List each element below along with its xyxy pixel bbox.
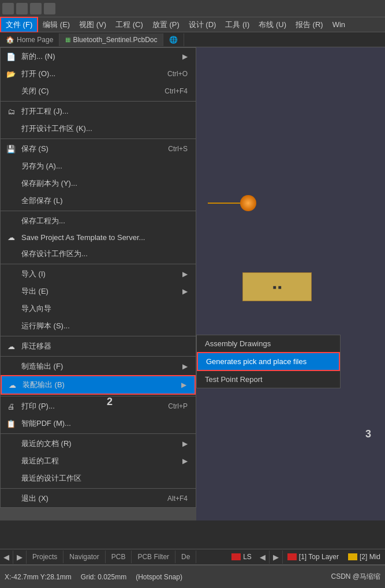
menu-edit[interactable]: 编辑 (E): [38, 18, 74, 32]
menu-open-shortcut: Ctrl+O: [167, 70, 188, 78]
menu-export-label: 导出 (E): [21, 286, 182, 297]
tab-homepage[interactable]: 🏠 Home Page: [0, 33, 59, 46]
toolbar-icon-3[interactable]: [30, 3, 42, 14]
menu-print[interactable]: 🖨 打印 (P)... Ctrl+P: [1, 398, 196, 415]
menu-save-all[interactable]: 全部保存 (L): [1, 192, 196, 209]
layer-color-mid: [348, 553, 357, 560]
menu-exit[interactable]: 退出 (X) Alt+F4: [1, 490, 196, 507]
menu-run-script[interactable]: 运行脚本 (S)...: [1, 317, 196, 335]
menu-save-copy-label: 保存副本为 (Y)...: [21, 178, 188, 189]
bottom-tab-projects[interactable]: Projects: [27, 550, 63, 563]
menu-recent-docs[interactable]: 最近的文档 (R) ▶: [1, 435, 196, 452]
nav-right-arrow-2[interactable]: ▶: [270, 550, 283, 564]
bottom-tab-pcb-filter[interactable]: PCB Filter: [132, 550, 175, 563]
statusbar: X:-42.7mm Y:28.1mm Grid: 0.025mm (Hotspo…: [0, 565, 385, 588]
menu-tools[interactable]: 工具 (I): [220, 18, 254, 32]
menu-close[interactable]: 关闭 (C) Ctrl+F4: [1, 83, 196, 100]
pcb-component: ■ ■: [242, 272, 312, 301]
menu-save-template[interactable]: ☁ Save Project As Template to Server...: [1, 230, 196, 245]
menu-save-as[interactable]: 另存为 (A)...: [1, 158, 196, 175]
export-arrow: ▶: [182, 287, 188, 295]
menu-exit-label: 退出 (X): [21, 493, 156, 504]
sep4: [1, 264, 196, 264]
bottom-tabbar: ◀ ▶ Projects Navigator PCB PCB Filter De…: [0, 549, 385, 565]
menu-file[interactable]: 文件 (F): [0, 17, 38, 33]
open-icon: 📂: [5, 70, 17, 78]
menu-library-migrator-label: 库迁移器: [21, 341, 188, 351]
menu-close-label: 关闭 (C): [21, 86, 153, 96]
menu-save[interactable]: 💾 保存 (S) Ctrl+S: [1, 140, 196, 158]
layer-label-top: [1] Top Layer: [299, 553, 339, 561]
toolbar-icon-4[interactable]: [44, 3, 55, 14]
menu-new[interactable]: 📄 新的... (N) ▶: [1, 48, 196, 65]
menu-exit-shortcut: Alt+F4: [167, 495, 188, 503]
menu-import-wizard[interactable]: 导入向导: [1, 300, 196, 317]
submenu-assembly-drawings-label: Assembly Drawings: [205, 339, 271, 348]
submenu-test-point-report[interactable]: Test Point Report: [197, 371, 340, 388]
menu-recent-workspace[interactable]: 最近的设计工作区: [1, 470, 196, 487]
pcb-canvas: ■ ■: [196, 47, 385, 520]
menu-save-all-label: 全部保存 (L): [21, 196, 188, 206]
annotation-3: 3: [365, 428, 371, 440]
menu-fabrication[interactable]: 制造输出 (F) ▶: [1, 358, 196, 375]
nav-left-arrow[interactable]: ◀: [0, 550, 13, 564]
menu-fabrication-label: 制造输出 (F): [21, 361, 182, 372]
bottom-tab-pcb[interactable]: PCB: [106, 550, 132, 563]
menu-project[interactable]: 工程 (C): [111, 18, 148, 32]
annotation-2: 2: [107, 396, 113, 408]
menu-save-workspace[interactable]: 保存设计工作区为...: [1, 245, 196, 263]
assembly-icon: ☁: [6, 381, 18, 389]
submenu-pick-and-place[interactable]: Generates pick and place files: [197, 352, 340, 371]
menu-view[interactable]: 视图 (V): [74, 18, 111, 32]
menu-open[interactable]: 📂 打开 (O)... Ctrl+O: [1, 65, 196, 83]
assembly-arrow: ▶: [181, 381, 186, 389]
menu-recent-projects[interactable]: 最近的工程 ▶: [1, 452, 196, 470]
assembly-submenu: Assembly Drawings Generates pick and pla…: [196, 335, 341, 388]
status-watermark: CSDN @马缩缩: [331, 572, 380, 582]
toolbar-icon-1[interactable]: [2, 3, 14, 14]
tab-more-label: 🌐: [169, 36, 178, 44]
sep9: [1, 488, 196, 489]
bottom-tab-de[interactable]: De: [175, 550, 196, 563]
save-template-icon: ☁: [5, 233, 17, 242]
menu-library-migrator[interactable]: ☁ 库迁移器: [1, 338, 196, 355]
fabrication-arrow: ▶: [182, 362, 188, 370]
menu-route[interactable]: 布线 (U): [254, 18, 291, 32]
menu-report[interactable]: 报告 (R): [291, 18, 328, 32]
menu-import[interactable]: 导入 (I) ▶: [1, 265, 196, 283]
tab-pcbdoc[interactable]: ▦ Bluetooth_Sentinel.PcbDoc: [59, 33, 163, 46]
menu-save-template-label: Save Project As Template to Server...: [21, 233, 188, 242]
menu-design[interactable]: 设计 (D): [184, 18, 221, 32]
layer-label-ls: LS: [243, 553, 252, 561]
menu-new-label: 新的... (N): [21, 51, 182, 62]
layer-badge-top: [1] Top Layer: [283, 552, 343, 562]
menu-smart-pdf[interactable]: 📋 智能PDF (M)...: [1, 415, 196, 432]
menu-assembly[interactable]: ☁ 装配输出 (B) ▶: [1, 375, 196, 395]
menu-open-project-label: 打开工程 (J)...: [21, 106, 188, 117]
menu-save-copy[interactable]: 保存副本为 (Y)...: [1, 175, 196, 192]
menu-save-label: 保存 (S): [21, 144, 156, 154]
nav-right-arrow[interactable]: ▶: [13, 550, 27, 564]
menu-save-project-as[interactable]: 保存工程为...: [1, 212, 196, 230]
layer-badge-mid: [2] Mid: [343, 552, 385, 562]
print-icon: 🖨: [5, 402, 17, 411]
menu-window[interactable]: Win: [328, 18, 350, 31]
toolbar: [0, 0, 385, 17]
menu-smart-pdf-label: 智能PDF (M)...: [21, 418, 188, 429]
sep6: [1, 356, 196, 357]
menu-recent-docs-label: 最近的文档 (R): [21, 439, 182, 449]
menu-export[interactable]: 导出 (E) ▶: [1, 283, 196, 300]
submenu-assembly-drawings[interactable]: Assembly Drawings: [197, 335, 340, 352]
menu-assembly-label: 装配输出 (B): [23, 380, 181, 390]
tab-more[interactable]: 🌐: [163, 33, 184, 46]
menu-place[interactable]: 放置 (P): [148, 18, 184, 32]
bottom-tab-navigator[interactable]: Navigator: [63, 550, 105, 563]
menu-open-workspace-label: 打开设计工作区 (K)...: [21, 123, 188, 134]
menu-open-project[interactable]: 🗂 打开工程 (J)...: [1, 103, 196, 120]
nav-left-arrow-2[interactable]: ◀: [256, 550, 270, 564]
menu-open-workspace[interactable]: 打开设计工作区 (K)...: [1, 120, 196, 137]
toolbar-icon-2[interactable]: [16, 3, 28, 14]
recent-docs-arrow: ▶: [182, 440, 188, 448]
save-icon: 💾: [5, 145, 17, 153]
status-grid: Grid: 0.025mm: [81, 573, 126, 581]
